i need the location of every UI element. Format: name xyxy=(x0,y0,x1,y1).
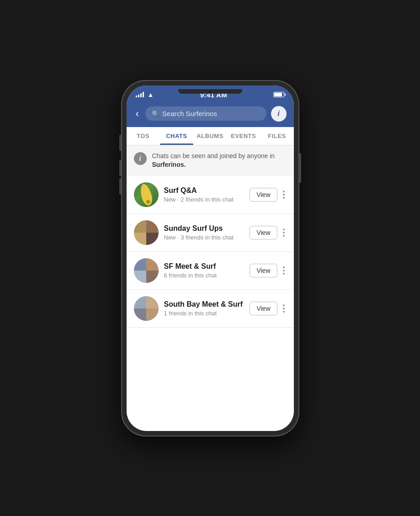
dot xyxy=(283,311,285,313)
battery-icon xyxy=(273,92,284,97)
avatar-q3 xyxy=(134,233,146,245)
back-button[interactable]: ‹ xyxy=(134,106,141,122)
info-icon: i xyxy=(277,110,279,118)
info-banner-text: Chats can be seen and joined by anyone i… xyxy=(152,152,287,170)
chat-item-sunday-surf: Sunday Surf Ups New · 3 friends in this … xyxy=(127,214,294,252)
dot xyxy=(283,191,285,192)
avatar-q2 xyxy=(146,296,159,309)
chat-list: Surf Q&A New · 2 friends in this chat Vi… xyxy=(127,176,294,431)
info-circle-icon: i xyxy=(139,155,141,162)
chat-actions-south: View xyxy=(250,302,286,315)
avatar-sf-meet xyxy=(134,258,159,283)
avatar-q1 xyxy=(134,220,146,233)
avatar-q4 xyxy=(146,233,159,245)
avatar-q4 xyxy=(146,309,159,321)
tab-files[interactable]: FILES xyxy=(260,127,293,145)
camera xyxy=(208,90,212,94)
chat-item-surf-qa: Surf Q&A New · 2 friends in this chat Vi… xyxy=(127,176,294,214)
tab-events[interactable]: EVENTS xyxy=(227,127,260,145)
view-button-sunday[interactable]: View xyxy=(250,226,277,239)
dot xyxy=(283,304,285,306)
avatar-q2 xyxy=(146,220,159,233)
chat-info-south: South Bay Meet & Surf 1 friends in this … xyxy=(164,300,245,317)
chat-info-surf-qa: Surf Q&A New · 2 friends in this chat xyxy=(164,186,245,203)
status-bar: ▲ 9:41 AM xyxy=(127,85,294,102)
chat-meta-sf: 6 friends in this chat xyxy=(164,272,245,279)
info-button[interactable]: i xyxy=(271,106,287,122)
status-left: ▲ xyxy=(136,91,154,98)
dot xyxy=(283,266,285,268)
signal-bar-1 xyxy=(136,96,137,97)
dot xyxy=(283,270,285,271)
battery-fill xyxy=(274,93,282,96)
chat-actions-sunday: View xyxy=(250,226,286,239)
view-button-sf[interactable]: View xyxy=(250,264,277,277)
group-name-bold: Surferinos. xyxy=(152,161,186,168)
more-button-sunday[interactable] xyxy=(281,227,287,239)
chat-actions-surf-qa: View xyxy=(250,188,286,202)
more-button-surf-qa[interactable] xyxy=(281,189,287,201)
avatar-surf-qa xyxy=(134,182,159,207)
phone-screen: ▲ 9:41 AM ‹ 🔍 Search Surferinos i TOS CH… xyxy=(127,85,294,431)
chat-item-south-bay: South Bay Meet & Surf 1 friends in this … xyxy=(127,290,294,328)
chat-meta-south: 1 friends in this chat xyxy=(164,310,245,317)
signal-bars xyxy=(136,92,144,97)
tab-albums[interactable]: ALBUMS xyxy=(193,127,227,145)
more-button-sf[interactable] xyxy=(281,265,287,277)
dot xyxy=(283,273,285,275)
phone-frame: ▲ 9:41 AM ‹ 🔍 Search Surferinos i TOS CH… xyxy=(121,80,299,436)
more-button-south[interactable] xyxy=(281,303,287,314)
avatar-q1 xyxy=(134,296,146,309)
dot xyxy=(283,194,285,196)
avatar-q3 xyxy=(134,271,146,283)
avatar-q4 xyxy=(146,271,159,283)
chat-name-south: South Bay Meet & Surf xyxy=(164,300,245,309)
view-button-surf-qa[interactable]: View xyxy=(250,188,277,202)
battery-body xyxy=(273,92,284,97)
dot xyxy=(283,229,285,230)
info-circle: i xyxy=(134,152,147,165)
chat-name-sunday: Sunday Surf Ups xyxy=(164,224,245,233)
view-button-south[interactable]: View xyxy=(250,302,277,315)
avatar-q1 xyxy=(134,258,146,271)
chat-info-sunday: Sunday Surf Ups New · 3 friends in this … xyxy=(164,224,245,241)
dot xyxy=(283,232,285,234)
info-banner: i Chats can be seen and joined by anyone… xyxy=(127,145,294,176)
chat-name-surf-qa: Surf Q&A xyxy=(164,186,245,195)
chat-item-sf-meet: SF Meet & Surf 6 friends in this chat Vi… xyxy=(127,252,294,290)
dot xyxy=(283,197,285,199)
chat-actions-sf: View xyxy=(250,264,286,277)
signal-bar-2 xyxy=(138,95,139,97)
signal-bar-3 xyxy=(140,93,142,97)
avatar-q3 xyxy=(134,309,146,321)
tab-photos[interactable]: TOS xyxy=(127,127,160,145)
dot xyxy=(283,308,285,309)
surfboard-shape xyxy=(138,183,154,207)
wifi-icon: ▲ xyxy=(148,91,154,98)
chat-meta-surf-qa: New · 2 friends in this chat xyxy=(164,196,245,203)
nav-bar: ‹ 🔍 Search Surferinos i xyxy=(127,102,294,127)
search-icon: 🔍 xyxy=(152,110,159,117)
search-bar[interactable]: 🔍 Search Surferinos xyxy=(145,106,266,121)
signal-bar-4 xyxy=(143,92,144,97)
tabs-bar: TOS CHATS ALBUMS EVENTS FILES xyxy=(127,127,294,145)
chat-name-sf: SF Meet & Surf xyxy=(164,262,245,271)
tab-chats[interactable]: CHATS xyxy=(160,127,193,145)
avatar-sunday-surf xyxy=(134,220,159,245)
chat-meta-sunday: New · 3 friends in this chat xyxy=(164,234,245,241)
avatar-q2 xyxy=(146,258,159,271)
chat-info-sf: SF Meet & Surf 6 friends in this chat xyxy=(164,262,245,279)
search-text: Search Surferinos xyxy=(162,110,217,117)
avatar-south-bay xyxy=(134,296,159,321)
dot xyxy=(283,235,285,237)
